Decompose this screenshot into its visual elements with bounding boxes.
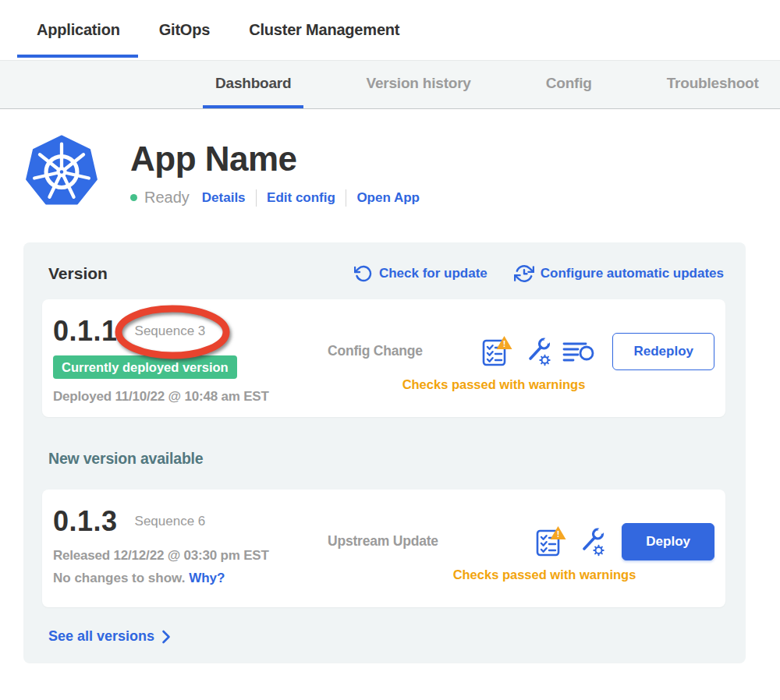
auto-update-clock-icon (514, 263, 534, 284)
checks-status-text: Checks passed with warnings (328, 567, 714, 582)
details-link[interactable]: Details (202, 190, 246, 206)
config-wrench-icon[interactable] (579, 526, 604, 557)
deployed-version-card: 0.1.1 Sequence 3 Currently deployed vers… (42, 299, 725, 417)
no-changes-text: No changes to show. (53, 571, 185, 585)
version-source-label: Config Change (328, 343, 423, 359)
available-sequence-label: Sequence 6 (135, 514, 206, 529)
why-link[interactable]: Why? (189, 571, 225, 585)
version-icon-group: ! (480, 334, 595, 369)
version-icon-group: ! (534, 525, 604, 559)
divider (256, 189, 257, 207)
divider (346, 189, 347, 207)
deployed-sequence-label: Sequence 3 (135, 323, 206, 339)
subnav-tab-troubleshoot[interactable]: Troubleshoot (654, 61, 771, 108)
available-version-actions: Upstream Update ! (328, 505, 714, 596)
open-app-link[interactable]: Open App (356, 190, 420, 206)
currently-deployed-badge: Currently deployed version (53, 355, 237, 379)
subnav-tab-config[interactable]: Config (534, 61, 604, 108)
see-all-versions-label: See all versions (48, 628, 154, 645)
available-version-number: 0.1.3 (53, 505, 118, 538)
status-dot (130, 194, 137, 201)
subnav-tab-version-history[interactable]: Version history (353, 61, 483, 108)
svg-text:!: ! (557, 529, 560, 539)
nav-tab-gitops[interactable]: GitOps (159, 0, 210, 60)
preflight-checks-icon[interactable]: ! (480, 334, 513, 369)
kubernetes-logo (26, 135, 98, 207)
version-source-label: Upstream Update (328, 533, 438, 550)
status-text: Ready (144, 189, 190, 207)
deployed-version-number: 0.1.1 (53, 315, 118, 348)
version-actions: Check for update Configure automatic upd… (354, 263, 724, 284)
version-panel: Version Check for update (23, 242, 746, 663)
available-version-card: 0.1.3 Sequence 6 Released 12/12/22 @ 03:… (42, 490, 725, 607)
app-screen: Application GitOps Cluster Management Da… (0, 0, 780, 700)
checks-status-text: Checks passed with warnings (328, 377, 714, 392)
chevron-right-icon (161, 630, 171, 644)
svg-text:!: ! (503, 339, 506, 348)
redeploy-button[interactable]: Redeploy (612, 333, 714, 370)
primary-nav: Application GitOps Cluster Management (0, 0, 780, 60)
see-all-versions-link[interactable]: See all versions (48, 628, 171, 645)
new-version-heading: New version available (48, 450, 725, 468)
view-files-icon[interactable] (562, 339, 595, 364)
deployed-timestamp: Deployed 11/10/22 @ 10:48 am EST (53, 389, 328, 405)
nav-tab-cluster-management[interactable]: Cluster Management (249, 0, 399, 60)
available-version-info: 0.1.3 Sequence 6 Released 12/12/22 @ 03:… (53, 505, 328, 596)
edit-config-link[interactable]: Edit config (267, 190, 335, 206)
check-for-update-label: Check for update (379, 266, 488, 281)
configure-automatic-updates-link[interactable]: Configure automatic updates (514, 263, 724, 284)
page-title: App Name (130, 140, 420, 179)
version-panel-header: Version Check for update (48, 263, 724, 284)
no-changes-row: No changes to show. Why? (53, 571, 328, 586)
app-header-text: App Name Ready Details Edit config Open … (130, 135, 420, 207)
deploy-button[interactable]: Deploy (622, 523, 714, 560)
subnav-tab-dashboard[interactable]: Dashboard (203, 61, 303, 108)
configure-automatic-updates-label: Configure automatic updates (541, 266, 724, 281)
config-wrench-icon[interactable] (525, 336, 551, 367)
status-row: Ready Details Edit config Open App (130, 189, 420, 207)
secondary-nav: Dashboard Version history Config Trouble… (0, 60, 780, 109)
check-for-update-link[interactable]: Check for update (354, 264, 488, 283)
nav-tab-application[interactable]: Application (37, 0, 120, 60)
version-panel-title: Version (48, 264, 108, 283)
deployed-version-actions: Config Change ! (328, 315, 714, 406)
preflight-checks-icon[interactable]: ! (534, 525, 567, 559)
refresh-icon (354, 264, 373, 283)
released-timestamp: Released 12/12/22 @ 03:30 pm EST (53, 548, 328, 564)
deployed-version-info: 0.1.1 Sequence 3 Currently deployed vers… (53, 315, 328, 406)
app-header: App Name Ready Details Edit config Open … (26, 135, 780, 207)
